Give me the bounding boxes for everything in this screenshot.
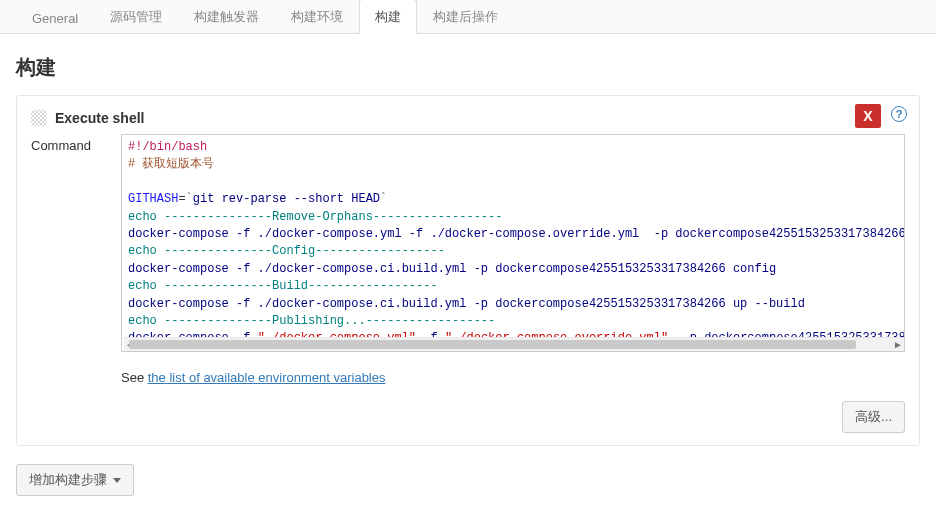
code-dc2: docker-compose -f ./docker-compose.ci.bu… xyxy=(128,262,776,276)
code-echo3: echo ---------------Build---------------… xyxy=(128,279,438,293)
add-build-step-label: 增加构建步骤 xyxy=(29,471,107,489)
env-vars-link[interactable]: the list of available environment variab… xyxy=(148,370,386,385)
code-shebang: #!/bin/bash xyxy=(128,140,207,154)
scroll-right-icon[interactable]: ► xyxy=(890,338,905,351)
see-prefix: See xyxy=(121,370,148,385)
tab-triggers[interactable]: 构建触发器 xyxy=(178,0,275,34)
command-label: Command xyxy=(31,134,121,153)
code-var: GITHASH xyxy=(128,192,178,206)
build-step-execute-shell: X ? Execute shell Command #!/bin/bash # … xyxy=(16,95,920,446)
command-editor[interactable]: #!/bin/bash # 获取短版本号 GITHASH=`git rev-pa… xyxy=(121,134,905,352)
build-step-title: Execute shell xyxy=(55,110,145,126)
advanced-button[interactable]: 高级... xyxy=(842,401,905,433)
tab-general[interactable]: General xyxy=(16,2,94,34)
scroll-thumb[interactable] xyxy=(129,340,856,349)
code-dc3: docker-compose -f ./docker-compose.ci.bu… xyxy=(128,297,805,311)
drag-handle-icon[interactable] xyxy=(31,110,47,126)
tab-scm[interactable]: 源码管理 xyxy=(94,0,178,34)
command-textarea[interactable]: #!/bin/bash # 获取短版本号 GITHASH=`git rev-pa… xyxy=(124,137,904,337)
horizontal-scrollbar[interactable]: ◄ ► xyxy=(124,337,904,351)
section-heading-build: 构建 xyxy=(16,54,920,81)
code-echo1: echo ---------------Remove-Orphans------… xyxy=(128,210,502,224)
tab-post-build[interactable]: 构建后操作 xyxy=(417,0,514,34)
chevron-down-icon xyxy=(113,478,121,483)
tab-environment[interactable]: 构建环境 xyxy=(275,0,359,34)
code-comment: # 获取短版本号 xyxy=(128,157,214,171)
code-dc1: docker-compose -f ./docker-compose.yml -… xyxy=(128,227,904,241)
delete-step-button[interactable]: X xyxy=(855,104,881,128)
help-icon[interactable]: ? xyxy=(891,106,907,122)
add-build-step-button[interactable]: 增加构建步骤 xyxy=(16,464,134,496)
advanced-button-label: 高级... xyxy=(855,408,892,426)
code-echo2: echo ---------------Config--------------… xyxy=(128,244,445,258)
code-assign-cmd: git rev-parse --short HEAD xyxy=(193,192,380,206)
config-tabs: General 源码管理 构建触发器 构建环境 构建 构建后操作 xyxy=(0,0,936,34)
env-vars-hint: See the list of available environment va… xyxy=(121,370,905,385)
tab-build[interactable]: 构建 xyxy=(359,0,417,34)
code-echo4: echo ---------------Publishing...-------… xyxy=(128,314,495,328)
